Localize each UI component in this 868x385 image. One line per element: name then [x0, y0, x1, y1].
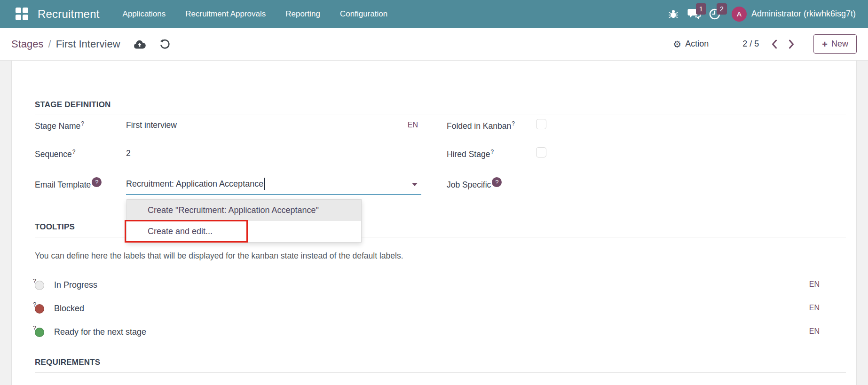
user-menu[interactable]: Administrator (rkiwhk6isg7t) — [751, 9, 856, 19]
control-panel: Stages / First Interview ⚙ Action 2 / 5 — [0, 28, 868, 61]
gear-icon: ⚙ — [673, 39, 681, 49]
breadcrumb-stages-link[interactable]: Stages — [11, 38, 44, 50]
field-help-mark: ? — [72, 149, 76, 155]
new-button-label: New — [831, 39, 848, 49]
kanban-state-label[interactable]: Blocked — [54, 304, 84, 314]
navbar-systray: 1 2 A Administrator (rkiwhk6isg7t) — [663, 4, 859, 24]
plus-icon: + — [822, 39, 828, 49]
section-stage-definition: STAGE DEFINITION — [35, 100, 846, 115]
job-specific-help-icon[interactable]: ? — [492, 177, 502, 187]
record-pager-count: 2 / 5 — [742, 39, 759, 49]
odoo-app-window: Recruitment Applications Recruitment App… — [0, 0, 868, 385]
pager-previous-icon[interactable] — [771, 39, 777, 49]
kanban-state-row-in-progress: ? In Progress EN — [35, 279, 846, 293]
dropdown-caret-icon[interactable] — [412, 183, 418, 186]
action-label: Action — [685, 39, 709, 49]
field-help-mark: ? — [490, 149, 494, 155]
kanban-state-blocked-icon: ? — [35, 304, 44, 314]
email-template-input[interactable]: Recruitment: Application Acceptance — [126, 173, 421, 195]
translate-badge[interactable]: EN — [809, 304, 820, 312]
main-content-area: STAGE DEFINITION Stage Name? First inter… — [0, 61, 868, 385]
field-help-mark: ? — [512, 120, 515, 127]
kanban-state-done-icon: ? — [35, 328, 44, 337]
text-cursor — [264, 178, 265, 190]
email-template-label: Email Template? — [35, 180, 102, 190]
save-cloud-icon[interactable] — [134, 39, 146, 49]
dropdown-item-create-and-edit[interactable]: Create and edit... — [127, 221, 361, 242]
kanban-state-label[interactable]: Ready for the next stage — [54, 327, 146, 337]
breadcrumb-current: First Interview — [56, 38, 120, 50]
new-record-button[interactable]: + New — [813, 34, 857, 54]
dropdown-item-create[interactable]: Create "Recruitment: Application Accepta… — [127, 200, 361, 221]
job-specific-label: Job Specific? — [447, 180, 502, 190]
sequence-label: Sequence? — [35, 149, 76, 159]
section-requirements: REQUIREMENTS — [35, 358, 846, 373]
action-menu-button[interactable]: ⚙ Action — [673, 39, 709, 49]
discard-undo-icon[interactable] — [159, 39, 170, 50]
top-navbar: Recruitment Applications Recruitment App… — [0, 0, 868, 28]
field-help-mark: ? — [81, 120, 84, 127]
kanban-state-normal-icon: ? — [35, 281, 44, 290]
kanban-state-row-ready: ? Ready for the next stage EN — [35, 326, 846, 340]
stage-name-translate-badge[interactable]: EN — [408, 121, 418, 129]
sequence-value[interactable]: 2 — [126, 149, 131, 158]
kanban-state-label[interactable]: In Progress — [54, 280, 97, 290]
menu-recruitment-approvals[interactable]: Recruitment Approvals — [175, 9, 276, 19]
form-sheet: STAGE DEFINITION Stage Name? First inter… — [11, 61, 857, 385]
debug-bug-icon[interactable] — [663, 4, 684, 24]
tooltips-help-text: You can define here the labels that will… — [35, 251, 403, 261]
folded-in-kanban-checkbox[interactable] — [536, 119, 546, 129]
activities-clock-icon[interactable]: 2 — [704, 4, 725, 24]
main-menu: Applications Recruitment Approvals Repor… — [113, 9, 398, 19]
menu-applications[interactable]: Applications — [113, 9, 176, 19]
email-template-autocomplete: Create "Recruitment: Application Accepta… — [126, 199, 362, 243]
kanban-state-row-blocked: ? Blocked EN — [35, 302, 846, 316]
user-avatar[interactable]: A — [732, 7, 747, 22]
menu-reporting[interactable]: Reporting — [276, 9, 330, 19]
app-brand[interactable]: Recruitment — [38, 8, 100, 21]
activities-count-badge[interactable]: 2 — [717, 3, 727, 15]
email-template-help-icon[interactable]: ? — [92, 177, 102, 187]
translate-badge[interactable]: EN — [809, 280, 820, 289]
apps-menu-icon[interactable] — [16, 8, 28, 20]
pager-next-icon[interactable] — [789, 39, 795, 49]
folded-in-kanban-label: Folded in Kanban? — [447, 120, 515, 131]
stage-name-label: Stage Name? — [35, 120, 84, 131]
translate-badge[interactable]: EN — [809, 327, 820, 336]
hired-stage-checkbox[interactable] — [536, 147, 546, 157]
email-template-input-value: Recruitment: Application Acceptance — [126, 179, 263, 189]
menu-configuration[interactable]: Configuration — [330, 9, 397, 19]
record-pager — [771, 39, 795, 49]
stage-name-value[interactable]: First interview — [126, 120, 177, 130]
hired-stage-label: Hired Stage? — [447, 149, 494, 159]
breadcrumb: Stages / First Interview — [11, 38, 120, 50]
messages-icon[interactable]: 1 — [684, 4, 704, 24]
breadcrumb-separator: / — [48, 38, 51, 50]
